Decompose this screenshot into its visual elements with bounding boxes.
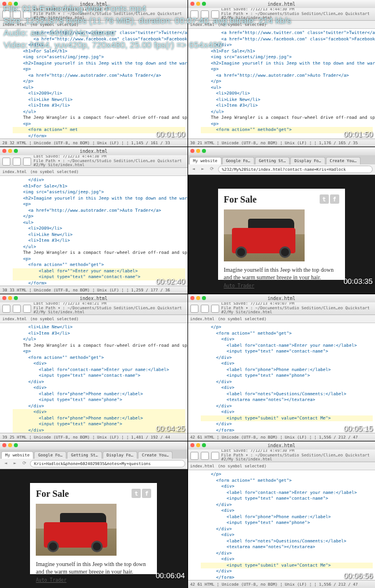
thumb-4: index.html Last Saved: 7/12/13 4:48:21 P… [0, 294, 187, 441]
code-editor[interactable]: <li>Like New</li> <li>Item #3</li> </ul>… [0, 323, 187, 433]
url-bar[interactable]: ◄ ► ⟳ %232/My%20Site/index.html?contact-… [188, 164, 376, 175]
text-tool-icon[interactable] [13, 305, 21, 313]
back-icon[interactable]: ◄ [190, 166, 197, 173]
timestamp: 00:01:00 [156, 130, 185, 138]
layout-icon[interactable] [211, 305, 219, 313]
tab-mywebsite[interactable]: My website [189, 157, 222, 164]
code-editor[interactable]: </p> <form action="" method="get"> <div>… [188, 323, 376, 433]
editor-toolbar[interactable]: Last Saved: 7/12/13 4:44:30 PM File Path… [0, 155, 187, 168]
audio-line: Audio: aac, 44100 Hz, stereo [3, 27, 291, 39]
facebook-icon[interactable]: f [330, 194, 339, 204]
forward-icon[interactable]: ► [12, 460, 18, 467]
window-titlebar[interactable]: index.html [0, 147, 187, 155]
autotrader-link[interactable]: Auto Trader [224, 283, 339, 289]
thumb-2: index.html Last Saved: 7/12/13 4:44:30 P… [0, 147, 187, 294]
layout-icon[interactable] [23, 158, 31, 166]
jeep-image [36, 504, 117, 556]
code-editor[interactable]: </div> <h1>For Sale</h1> <img src="asset… [0, 176, 187, 286]
tab-create[interactable]: Create You… [326, 157, 361, 164]
text-tool-icon[interactable] [201, 305, 209, 313]
thumb-5: index.html Last Saved: 7/12/13 4:49:07 P… [188, 294, 376, 441]
video-line: Video: h264, yuv420p, 720x480, 25.00 fps… [3, 39, 291, 51]
reload-icon[interactable]: ⟳ [21, 460, 28, 467]
reload-icon[interactable]: ⟳ [209, 166, 216, 173]
twitter-icon[interactable]: t [132, 489, 141, 498]
layout-icon[interactable] [211, 452, 219, 460]
tab-display[interactable]: Display Fo… [290, 157, 325, 164]
pencil-icon[interactable] [190, 305, 198, 313]
text-tool-icon[interactable] [13, 158, 21, 166]
status-bar: 30 21 HTML ¦ Unicode (UTF-8, no BOM) ¦ U… [188, 138, 376, 147]
page-viewport: For Sale t f Imagine yourself in this Je… [188, 175, 376, 294]
browser-tabs[interactable]: My website Google Fo… Getting St… Displa… [188, 155, 376, 164]
text-tool-icon[interactable] [201, 452, 209, 460]
pencil-icon[interactable] [2, 305, 10, 313]
page-card: For Sale t f Imagine yourself in this Je… [218, 189, 345, 280]
pencil-icon[interactable] [190, 452, 198, 460]
status-bar: 28 32 HTML ¦ Unicode (UTF-8, no BOM) ¦ U… [0, 138, 187, 147]
pencil-icon[interactable] [2, 158, 10, 166]
address-input[interactable]: %232/My%20Site/index.html?contact-name=K… [218, 166, 373, 173]
blurb-text: Imagine yourself in this Jeep with the t… [224, 266, 339, 281]
size-line: Size: 12331878 bytes (11.76 MiB), durati… [3, 14, 291, 27]
thumb-7: index.html Last Saved: 7/12/13 4:49:30 P… [188, 441, 376, 588]
timestamp: 00:01:50 [343, 130, 373, 138]
tab-getting[interactable]: Getting St… [255, 157, 290, 164]
layout-icon[interactable] [23, 305, 31, 313]
tab-google[interactable]: Google Fo… [222, 157, 254, 164]
jeep-image [224, 209, 305, 261]
file-line: File: 018.Embedding Web Fonts.mp4 [3, 2, 291, 14]
thumbnail-grid: index.html Last Saved: 7/12/13 12:57:52 … [0, 0, 375, 588]
facebook-icon[interactable]: f [142, 489, 151, 498]
address-input[interactable]: Kris+Hadlock&phone=6024029035&notes=My+q… [30, 460, 185, 467]
back-icon[interactable]: ◄ [2, 460, 9, 467]
thumb-6-browser: My website Google Fo… Getting St… Displa… [0, 441, 187, 588]
forward-icon[interactable]: ► [200, 166, 207, 173]
code-editor[interactable]: </p> <form action="" method="get"> <div>… [188, 470, 376, 580]
twitter-icon[interactable]: t [320, 194, 329, 204]
thumb-3-browser: My website Google Fo… Getting St… Displa… [188, 147, 376, 294]
for-sale-heading: For Sale [224, 194, 257, 205]
media-info-overlay: File: 018.Embedding Web Fonts.mp4 Size: … [0, 0, 295, 53]
